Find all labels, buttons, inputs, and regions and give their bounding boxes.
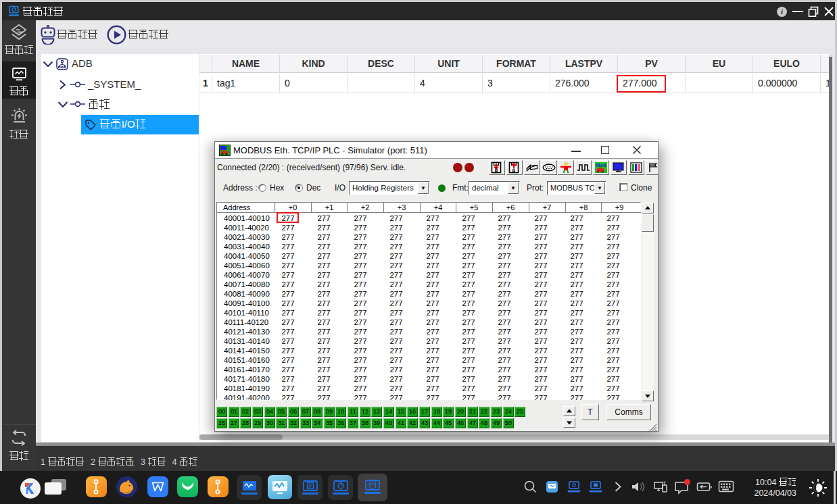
svg-text:Mod: Mod xyxy=(596,163,606,168)
